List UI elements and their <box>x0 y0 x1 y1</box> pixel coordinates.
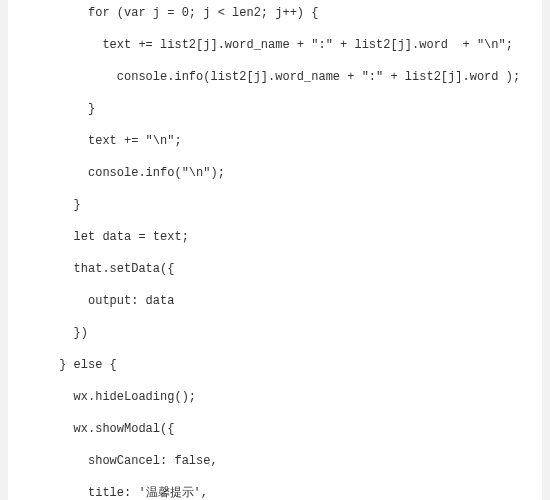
code-line: that.setData({ <box>8 260 542 278</box>
code-line: text += list2[j].word_name + ":" + list2… <box>8 36 542 54</box>
code-line <box>8 214 542 228</box>
code-line: output: data <box>8 292 542 310</box>
code-line <box>8 54 542 68</box>
code-line <box>8 150 542 164</box>
code-line <box>8 22 542 36</box>
code-line: console.info(list2[j].word_name + ":" + … <box>8 68 542 86</box>
code-line <box>8 86 542 100</box>
code-line <box>8 278 542 292</box>
code-line <box>8 310 542 324</box>
code-line: console.info("\n"); <box>8 164 542 182</box>
code-block: for (var j = 0; j < len2; j++) { text +=… <box>8 0 542 500</box>
code-line: } <box>8 196 542 214</box>
code-line: for (var j = 0; j < len2; j++) { <box>8 4 542 22</box>
code-line: } <box>8 100 542 118</box>
code-line: text += "\n"; <box>8 132 542 150</box>
code-line: title: '温馨提示', <box>8 484 542 500</box>
code-line: } else { <box>8 356 542 374</box>
code-line <box>8 182 542 196</box>
code-line: showCancel: false, <box>8 452 542 470</box>
code-line: }) <box>8 324 542 342</box>
code-line <box>8 406 542 420</box>
code-line <box>8 374 542 388</box>
code-line: wx.hideLoading(); <box>8 388 542 406</box>
code-line <box>8 246 542 260</box>
code-line <box>8 438 542 452</box>
code-line <box>8 470 542 484</box>
code-line: wx.showModal({ <box>8 420 542 438</box>
code-line: let data = text; <box>8 228 542 246</box>
code-line <box>8 342 542 356</box>
code-line <box>8 118 542 132</box>
